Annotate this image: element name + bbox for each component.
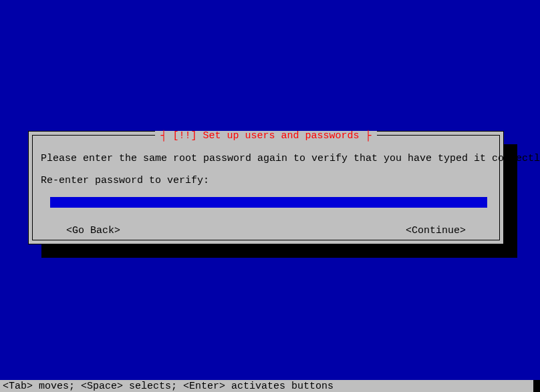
prompt-label: Re-enter password to verify: (41, 175, 491, 186)
password-input[interactable] (50, 197, 487, 208)
instruction-text: Please enter the same root password agai… (41, 153, 491, 164)
status-bar-corner (533, 380, 540, 392)
dialog-box: ┤ [!!] Set up users and passwords ├ Plea… (28, 131, 504, 244)
status-bar: <Tab> moves; <Space> selects; <Enter> ac… (0, 380, 540, 392)
continue-button[interactable]: <Continue> (406, 225, 466, 236)
dialog-content: Please enter the same root password agai… (33, 136, 499, 243)
go-back-button[interactable]: <Go Back> (66, 225, 120, 236)
dialog-border: ┤ [!!] Set up users and passwords ├ Plea… (32, 135, 500, 240)
dialog-title-wrap: ┤ [!!] Set up users and passwords ├ (33, 134, 499, 145)
button-row: <Go Back> <Continue> (41, 225, 491, 236)
dialog-title: ┤ [!!] Set up users and passwords ├ (155, 131, 376, 141)
